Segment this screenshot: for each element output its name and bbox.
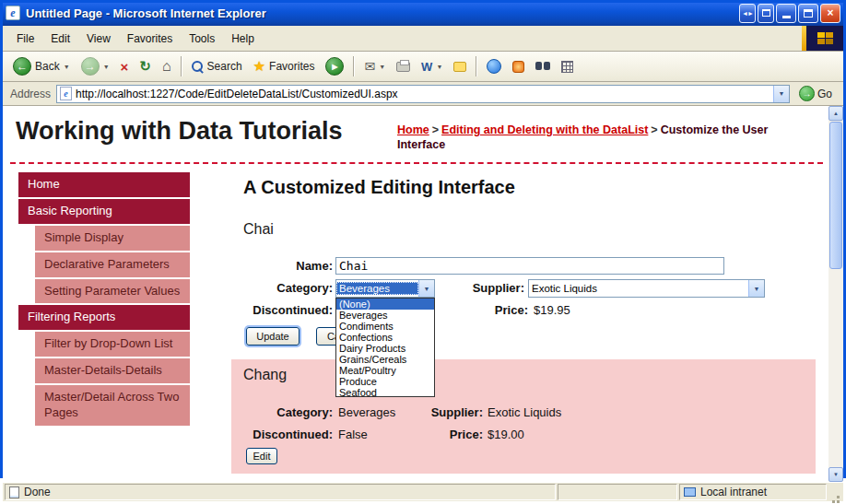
browser-viewport: Working with Data Tutorials Home>Editing…	[3, 106, 843, 482]
titlebar-arrows-button[interactable]: ◄►	[739, 4, 756, 23]
name-input[interactable]	[335, 257, 724, 275]
discuss-icon	[453, 62, 466, 72]
sidebar-nav: Home Basic Reporting Simple Display Decl…	[18, 172, 190, 428]
grid-icon	[561, 61, 573, 73]
update-button[interactable]: Update	[246, 327, 300, 346]
favorites-button[interactable]: ★ Favorites	[249, 54, 320, 79]
toolbar-separator	[476, 56, 477, 76]
address-field[interactable]: e http://localhost:1227/Code/EditDeleteD…	[56, 85, 790, 103]
status-pane-middle	[558, 484, 677, 500]
dropdown-option-beverages[interactable]: Beverages	[336, 310, 434, 321]
stop-button[interactable]: ×	[116, 54, 134, 79]
chang-price-label: Price:	[362, 428, 483, 441]
dropdown-option-seafood[interactable]: Seafood	[336, 387, 434, 398]
vertical-scrollbar[interactable]: ▲ ▼	[828, 106, 843, 482]
research-button[interactable]	[508, 54, 529, 79]
binoculars-icon	[535, 62, 550, 71]
sidebar-item-filtering-reports[interactable]: Filtering Reports	[18, 305, 190, 330]
refresh-button[interactable]: ↻	[135, 54, 156, 79]
stop-icon: ×	[121, 59, 129, 75]
home-button[interactable]: ⌂	[158, 54, 176, 79]
supplier-select-arrow-icon[interactable]: ▼	[748, 280, 764, 297]
titlebar-window-button[interactable]	[758, 4, 774, 23]
menu-favorites[interactable]: Favorites	[119, 29, 181, 49]
scrollbar-thumb[interactable]	[829, 122, 842, 269]
maximize-icon	[804, 9, 813, 18]
address-bar: Address e http://localhost:1227/Code/Edi…	[3, 82, 843, 106]
supplier-select[interactable]: Exotic Liquids ▼	[528, 279, 765, 298]
grid-button[interactable]	[557, 54, 578, 79]
refresh-icon: ↻	[139, 58, 151, 75]
intranet-zone-icon	[684, 487, 696, 497]
search-icon	[192, 61, 204, 73]
window-border-left	[0, 0, 3, 478]
ie-window-icon: e	[6, 6, 20, 20]
resize-grip[interactable]	[828, 484, 841, 500]
breadcrumb-section-link[interactable]: Editing and Deleting with the DataList	[441, 123, 648, 136]
sidebar-item-master-detail-two-pages[interactable]: Master/Detail Across Two Pages	[35, 385, 190, 426]
page-icon: e	[60, 87, 72, 100]
menu-tools[interactable]: Tools	[181, 29, 223, 49]
menu-edit[interactable]: Edit	[42, 29, 78, 49]
edit-with-word-button[interactable]: W ▼	[417, 54, 447, 79]
scroll-down-button[interactable]: ▼	[828, 467, 843, 482]
supplier-select-value: Exotic Liquids	[529, 282, 748, 295]
site-title: Working with Data Tutorials	[16, 117, 343, 146]
toolbar-separator	[181, 56, 182, 76]
search-label: Search	[207, 60, 242, 73]
product-name-chang: Chang	[243, 367, 287, 383]
chang-discontinued-label: Discontinued:	[187, 428, 333, 441]
status-page-icon	[9, 486, 19, 498]
sidebar-item-home[interactable]: Home	[18, 172, 190, 197]
edit-chevron-icon: ▼	[436, 64, 442, 70]
scroll-up-button[interactable]: ▲	[828, 106, 843, 121]
address-dropdown-button[interactable]: ▼	[773, 86, 789, 102]
go-button[interactable]: → Go	[795, 86, 836, 101]
back-button[interactable]: ← Back ▼	[8, 54, 75, 79]
address-url[interactable]: http://localhost:1227/Code/EditDeleteDat…	[76, 88, 770, 100]
dropdown-option-meat-poultry[interactable]: Meat/Poultry	[336, 365, 434, 376]
print-button[interactable]	[392, 54, 415, 79]
sidebar-item-declarative-parameters[interactable]: Declarative Parameters	[35, 252, 190, 277]
sidebar-item-basic-reporting[interactable]: Basic Reporting	[18, 199, 190, 224]
title-bar[interactable]: e Untitled Page - Microsoft Internet Exp…	[0, 0, 846, 26]
forward-button[interactable]: → ▼	[76, 54, 114, 79]
standard-buttons-toolbar: ← Back ▼ → ▼ × ↻ ⌂ Search ★ Favorites ▶ …	[3, 52, 843, 82]
category-dropdown-list: (None) Beverages Condiments Confections …	[335, 298, 435, 397]
sidebar-item-simple-display[interactable]: Simple Display	[35, 226, 190, 251]
close-button[interactable]: ×	[820, 4, 840, 23]
menu-file[interactable]: File	[8, 29, 42, 49]
page-title: A Customized Editing Interface	[243, 177, 515, 198]
messenger-button[interactable]	[482, 54, 506, 79]
status-bar: Done Local intranet	[3, 482, 843, 501]
chang-price-value: $19.00	[488, 428, 524, 441]
discuss-button[interactable]	[449, 54, 471, 79]
menu-help[interactable]: Help	[223, 29, 263, 49]
status-pane-main: Done	[5, 484, 556, 500]
menu-view[interactable]: View	[78, 29, 119, 49]
mail-button[interactable]: ✉ ▼	[359, 54, 390, 79]
minimize-button[interactable]	[776, 4, 796, 23]
sidebar-item-setting-parameter-values[interactable]: Setting Parameter Values	[35, 279, 190, 304]
breadcrumb-home-link[interactable]: Home	[397, 123, 429, 136]
find-button[interactable]	[531, 54, 555, 79]
media-button[interactable]: ▶	[321, 54, 348, 79]
chang-category-label: Category:	[187, 405, 333, 419]
sidebar-item-filter-by-dropdown-list[interactable]: Filter by Drop-Down List	[35, 332, 190, 357]
edit-button[interactable]: Edit	[246, 448, 277, 464]
dropdown-option-confections[interactable]: Confections	[336, 332, 434, 343]
favorites-label: Favorites	[269, 60, 314, 73]
dropdown-option-produce[interactable]: Produce	[336, 376, 434, 387]
dropdown-option-condiments[interactable]: Condiments	[336, 321, 434, 332]
dropdown-option-grains-cereals[interactable]: Grains/Cereals	[336, 354, 434, 365]
status-pane-zone: Local intranet	[679, 484, 827, 500]
mail-chevron-icon: ▼	[379, 64, 385, 70]
price-label: Price:	[436, 303, 528, 317]
maximize-button[interactable]	[798, 4, 818, 23]
category-label: Category:	[187, 281, 333, 295]
sidebar-item-master-details-details[interactable]: Master-Details-Details	[35, 358, 190, 383]
search-button[interactable]: Search	[187, 54, 247, 79]
research-icon	[512, 61, 524, 73]
dropdown-option-dairy-products[interactable]: Dairy Products	[336, 343, 434, 354]
dropdown-option-none[interactable]: (None)	[336, 299, 434, 310]
